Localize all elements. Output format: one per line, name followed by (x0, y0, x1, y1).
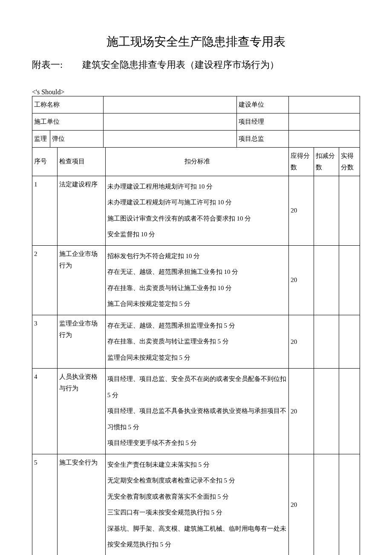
table-row: 2 施工企业市场行为 招标发包行为不符合规定扣 10 分存在无证、越级、超范围承… (32, 245, 360, 315)
cell-should: 20 (289, 176, 314, 245)
cell-seq: 2 (32, 245, 58, 315)
cell-criteria: 存在无证、越级、超范围承担监理业务扣 5 分存在挂靠、出卖资质与转让监理业务扣 … (105, 315, 289, 369)
cell-actual (339, 245, 360, 315)
table-row: 施工单位 项目经理 (32, 113, 360, 130)
label-build-unit: 建设单位 (236, 96, 289, 113)
cell-item: 监理企业市场行为 (57, 315, 105, 369)
cell-criteria: 项目经理、项目总监、安全员不在岗的或者安全员配备不到位扣 5 分项目经理、项目总… (105, 369, 289, 454)
col-actual: 实得分数 (339, 147, 360, 176)
col-item: 检查项目 (57, 147, 105, 176)
label-supervise-1: 监理 (32, 130, 50, 147)
col-seq: 序号 (32, 147, 58, 176)
value-project-name (104, 96, 236, 113)
cell-item: 施工企业市场行为 (57, 245, 105, 315)
cell-criteria: 招标发包行为不符合规定扣 10 分存在无证、越级、超范围承担施工业务扣 10 分… (105, 245, 289, 315)
cell-item: 法定建设程序 (57, 176, 105, 245)
cell-actual (339, 315, 360, 369)
table-row: 3 监理企业市场行为 存在无证、越级、超范围承担监理业务扣 5 分存在挂靠、出卖… (32, 315, 360, 369)
subtitle-main: 建筑安全隐患排查专用表（建设程序市场行为） (82, 58, 279, 71)
table-header-row: 序号 检查项目 扣分标准 应得分数 扣减分数 实得分数 (32, 147, 360, 176)
cell-deduct (314, 245, 339, 315)
label-construct-unit: 施工单位 (32, 113, 104, 130)
cell-should: 20 (289, 369, 314, 454)
label-chief-supervisor: 项目总监 (236, 130, 289, 147)
cell-should: 20 (289, 315, 314, 369)
cell-seq: 5 (32, 454, 58, 555)
value-build-unit (289, 96, 360, 113)
value-chief-supervisor (289, 130, 360, 147)
value-project-manager (289, 113, 360, 130)
col-criteria: 扣分标准 (105, 147, 289, 176)
cell-deduct (314, 369, 339, 454)
cell-deduct (314, 454, 339, 555)
cell-seq: 1 (32, 176, 58, 245)
cell-actual (339, 369, 360, 454)
inspection-table: 工称名称 建设单位 施工单位 项目经理 监理 弹位 项目总监 序号 检查项目 扣… (32, 96, 360, 555)
value-construct-unit (104, 113, 236, 130)
subtitle-prefix: 附表一: (32, 58, 63, 71)
cell-deduct (314, 176, 339, 245)
cell-seq: 3 (32, 315, 58, 369)
table-row: 5 施工安全行为 安全生产责任制未建立未落实扣 5 分无定期安全检查制度或者检查… (32, 454, 360, 555)
table-row: 监理 弹位 项目总监 (32, 130, 360, 147)
cell-actual (339, 176, 360, 245)
label-supervise-2: 弹位 (50, 130, 104, 147)
table-row: 4 人员执业资格与行为 项目经理、项目总监、安全员不在岗的或者安全员配备不到位扣… (32, 369, 360, 454)
cell-actual (339, 454, 360, 555)
page-subtitle: 附表一: 建筑安全隐患排查专用表（建设程序市场行为） (32, 58, 360, 71)
value-supervise (104, 130, 236, 147)
label-project-manager: 项目经理 (236, 113, 289, 130)
cell-item: 人员执业资格与行为 (57, 369, 105, 454)
label-project-name: 工称名称 (32, 96, 104, 113)
cell-deduct (314, 315, 339, 369)
page-title: 施工现场安全生产隐患排查专用表 (32, 34, 360, 50)
cell-item: 施工安全行为 (57, 454, 105, 555)
cell-should: 20 (289, 454, 314, 555)
col-deduct: 扣减分数 (314, 147, 339, 176)
table-row: 工称名称 建设单位 (32, 96, 360, 113)
cell-should: 20 (289, 245, 314, 315)
cell-criteria: 未办理建设工程用地规划许可扣 10 分未办理建设工程规划许可与施工许可扣 10 … (105, 176, 289, 245)
col-should: 应得分数 (289, 147, 314, 176)
cell-seq: 4 (32, 369, 58, 454)
cell-criteria: 安全生产责任制未建立未落实扣 5 分无定期安全检查制度或者检查记录不全扣 5 分… (105, 454, 289, 555)
table-row: 1 法定建设程序 未办理建设工程用地规划许可扣 10 分未办理建设工程规划许可与… (32, 176, 360, 245)
